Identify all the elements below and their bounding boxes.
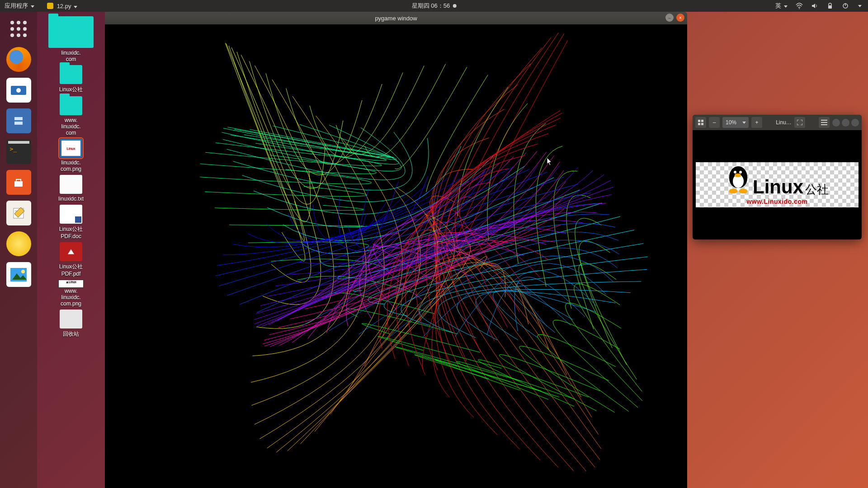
svg-point-5 [16,88,21,93]
desktop-icon-label: Linux公社 PDF.doc [59,225,83,239]
desktop-icon-label: linuxidc.txt [58,196,84,202]
pygame-canvas[interactable] [105,24,687,488]
network-icon[interactable] [796,2,803,9]
desktop-icon[interactable]: 回收站 [42,310,100,338]
dock-firefox[interactable] [6,47,31,72]
chevron-down-icon [74,6,77,8]
logo-text-cn: 公社 [805,182,829,197]
desktop-icon[interactable]: www. linuxidc. com [42,96,100,136]
image-viewer-window: – + Linu… Linux 公社 www.Linuxido.com [693,115,862,239]
dock-software[interactable] [6,170,31,195]
desktop-icon[interactable]: Linux公社 PDF.pdf [42,242,100,277]
svg-rect-17 [698,123,700,125]
chevron-down-icon [858,5,862,7]
input-method-indicator[interactable]: 英 [775,2,788,10]
viewer-minimize-button[interactable] [832,119,840,127]
desktop-icon-label: Linux公社 [59,86,83,94]
applications-menu[interactable]: 应用程序 [5,2,34,10]
svg-rect-18 [701,123,703,125]
zoom-input[interactable] [722,119,740,126]
desktop-icons-area: linuxidc. comLinux公社www. linuxidc. comLi… [37,12,105,488]
close-button[interactable]: × [676,14,684,22]
desktop-icon[interactable]: linuxidc. com [42,16,100,62]
image-viewer-toolbar[interactable]: – + Linu… [693,115,862,130]
dock-files[interactable] [6,108,31,133]
chevron-down-icon [784,5,788,8]
viewer-file-label: Linu… [776,119,792,126]
tux-icon [726,164,751,193]
dock-screenshot[interactable] [6,78,31,103]
desktop-icon-label: 回收站 [63,330,79,338]
minimize-button[interactable]: – [665,14,674,22]
desktop-icon-label: www. linuxidc. com.png [61,288,81,307]
chevron-down-icon [742,122,746,124]
svg-rect-6 [14,117,23,120]
show-applications-button[interactable] [6,16,31,41]
image-viewer-canvas[interactable]: Linux 公社 www.Linuxido.com [693,130,862,239]
image-content: Linux 公社 www.Linuxido.com [696,162,859,207]
recording-indicator-icon [453,4,456,8]
svg-point-14 [21,270,25,273]
viewer-maximize-button[interactable] [842,119,849,127]
desktop-icon[interactable]: ▲Linuxwww. linuxidc. com.png [42,280,100,307]
viewer-close-button[interactable] [851,119,859,127]
desktop-icon-label: Linux公社 PDF.pdf [59,263,83,277]
dock: >_ [0,12,37,488]
desktop-icon-label: www. linuxidc. com [61,117,80,136]
logo-text: Linux [753,176,803,198]
desktop-icon-label: linuxidc. com [61,50,80,62]
power-menu-icon[interactable] [842,2,849,9]
logo-url: www.Linuxido.com [746,198,807,205]
desktop-icon-label: linuxidc. com.png [61,160,81,172]
python-file-icon [47,3,53,9]
svg-rect-16 [701,120,703,122]
zoom-level-select[interactable] [722,117,749,128]
chevron-down-icon [31,5,34,8]
volume-icon[interactable] [811,2,818,9]
svg-rect-7 [14,122,23,125]
lock-icon[interactable] [826,2,834,9]
active-app-label[interactable]: 12.py [57,3,77,9]
svg-rect-1 [828,5,832,9]
desktop-icon[interactable]: linuxidc.txt [42,175,100,202]
desktop-icon[interactable]: Linux公社 [42,65,100,94]
dock-image-viewer[interactable] [6,262,31,287]
mouse-cursor-icon [547,158,552,166]
svg-point-0 [799,8,800,9]
pygame-window: pygame window – × [105,12,687,488]
dock-terminal[interactable]: >_ [6,139,31,164]
top-menu-bar: 应用程序 12.py 星期四 06：56 英 [0,0,868,12]
clock-label[interactable]: 星期四 06：56 [412,2,450,10]
gallery-button[interactable] [695,117,706,128]
window-titlebar[interactable]: pygame window – × [105,12,687,24]
hamburger-menu-button[interactable] [819,117,830,128]
dock-text-editor[interactable] [6,201,31,225]
desktop-icon[interactable]: Linuxlinuxidc. com.png [42,139,100,172]
zoom-out-button[interactable]: – [709,117,720,128]
zoom-in-button[interactable]: + [751,117,762,128]
window-title: pygame window [375,15,417,22]
desktop-icon[interactable]: Linux公社 PDF.doc [42,205,100,239]
svg-rect-15 [698,120,700,122]
fullscreen-button[interactable] [794,117,805,128]
dock-app-yellow[interactable] [6,231,31,256]
